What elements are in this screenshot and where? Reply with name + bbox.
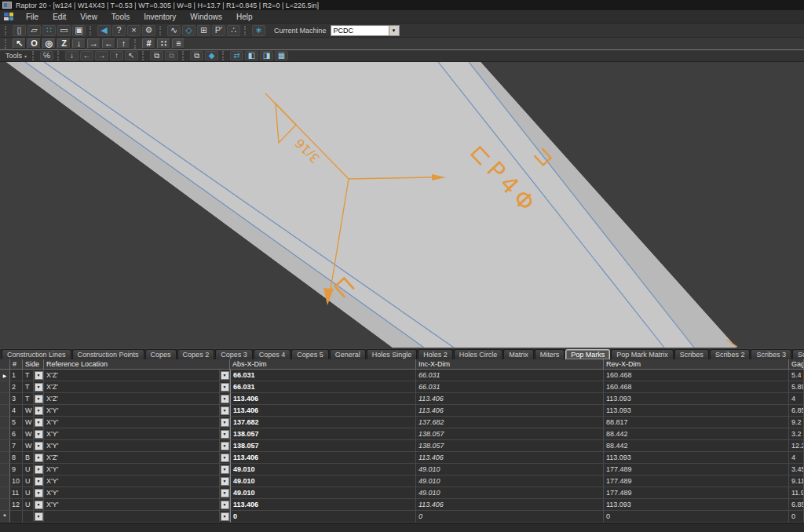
row-marker[interactable] (0, 487, 10, 499)
reference-location-value[interactable]: X'Z' (44, 393, 220, 405)
toolbar-grip[interactable] (32, 51, 36, 60)
side-dropdown[interactable]: ▼ (34, 393, 44, 405)
cut-icon[interactable]: × (127, 25, 141, 36)
chevron-down-icon[interactable]: ▼ (221, 442, 229, 450)
inc-x-dim-value[interactable]: 66.031 (416, 370, 604, 381)
menu-tools[interactable]: Tools (104, 12, 137, 22)
side-dropdown[interactable]: ▼ (34, 381, 44, 393)
inc-x-dim-value[interactable]: 0 (416, 511, 604, 523)
gage-value[interactable]: 11.95 (789, 487, 804, 499)
reference-location-dropdown[interactable]: ▼ (220, 452, 230, 464)
reference-location-dropdown[interactable]: ▼ (220, 440, 230, 452)
menu-inventory[interactable]: Inventory (137, 12, 183, 22)
inc-x-dim-value[interactable]: 138.057 (416, 440, 604, 452)
abs-x-dim-value[interactable]: 49.010 (230, 476, 416, 487)
abs-x-dim-value[interactable]: 138.057 (230, 428, 416, 440)
pick-icon[interactable]: ↖ (125, 51, 138, 60)
arrow-down-icon[interactable]: ↓ (72, 38, 86, 49)
reference-location-value[interactable]: X'Y' (44, 428, 220, 440)
chevron-down-icon[interactable]: ▼ (35, 430, 43, 439)
inc-x-dim-value[interactable]: 113.406 (416, 452, 604, 464)
chevron-down-icon[interactable]: ▼ (35, 442, 43, 450)
tab-matrix[interactable]: Matrix (503, 349, 534, 359)
inc-x-dim-value[interactable]: 49.010 (416, 464, 604, 476)
copy-icon[interactable]: ⧉ (150, 51, 163, 60)
menu-edit[interactable]: Edit (46, 12, 73, 22)
tab-construction-lines[interactable]: Construction Lines (2, 349, 71, 359)
gage-value[interactable]: 4 (789, 393, 804, 405)
row-marker[interactable] (0, 452, 10, 464)
new-file-icon[interactable]: ▯ (13, 25, 26, 36)
tab-scribes-3[interactable]: Scribes 3 (751, 349, 791, 359)
side-value[interactable]: W (23, 417, 34, 428)
header-side[interactable]: Side (23, 359, 44, 370)
row-marker[interactable] (0, 417, 10, 428)
current-machine-combobox[interactable]: PCDC ▼ (331, 25, 400, 36)
inc-x-dim-value[interactable]: 49.010 (416, 476, 604, 487)
side-value[interactable]: U (23, 487, 34, 499)
tab-scribes-4[interactable]: Scribes 4 (792, 349, 804, 359)
rev-x-dim-value[interactable]: 160.468 (604, 381, 789, 393)
chevron-down-icon[interactable]: ▼ (221, 371, 229, 380)
abs-x-dim-value[interactable]: 49.010 (230, 464, 416, 476)
menu-help[interactable]: Help (229, 12, 260, 22)
chevron-down-icon[interactable]: ▼ (35, 454, 43, 462)
side-dropdown[interactable]: ▼ (34, 428, 44, 440)
chevron-down-icon[interactable]: ▼ (35, 395, 43, 403)
folder-icon[interactable]: ▭ (57, 25, 71, 36)
side-value[interactable]: T (23, 393, 34, 405)
side-dropdown[interactable]: ▼ (34, 464, 44, 476)
tab-pop-marks[interactable]: Pop Marks (565, 349, 610, 359)
gage-value[interactable]: 0 (789, 511, 804, 523)
help-icon[interactable]: ? (112, 25, 126, 36)
row-marker[interactable] (0, 464, 10, 476)
machine-code-icon[interactable]: ℅ (40, 51, 53, 60)
move-right-icon[interactable]: → (95, 51, 108, 60)
paste-transform-icon[interactable]: ⧉ (190, 51, 203, 60)
gage-value[interactable]: 3.2 (789, 428, 804, 440)
abs-x-dim-value[interactable]: 113.406 (230, 499, 416, 511)
gage-value[interactable]: 5.890 (789, 381, 804, 393)
reference-location-dropdown[interactable]: ▼ (220, 417, 230, 428)
rev-x-dim-value[interactable]: 177.489 (604, 487, 789, 499)
arrow-left-icon[interactable]: ← (102, 38, 115, 49)
side-dropdown[interactable]: ▼ (34, 452, 44, 464)
side-dropdown[interactable]: ▼ (34, 499, 44, 511)
point-label-icon[interactable]: P' (212, 25, 225, 36)
row-marker[interactable] (0, 381, 10, 393)
chevron-down-icon[interactable]: ▼ (221, 501, 229, 509)
reference-location-dropdown[interactable]: ▼ (220, 381, 230, 393)
side-value[interactable]: W (23, 405, 34, 417)
zoom-tool-icon[interactable]: Z (57, 38, 71, 49)
reference-location-dropdown[interactable]: ▼ (220, 476, 230, 487)
view-split-icon[interactable]: ◧ (245, 51, 258, 60)
toolbar-grip[interactable] (5, 39, 9, 49)
reference-location-dropdown[interactable]: ▼ (220, 370, 230, 381)
tab-general[interactable]: General (330, 349, 366, 359)
row-marker[interactable] (0, 405, 10, 417)
chevron-down-icon[interactable]: ▼ (221, 406, 229, 415)
tab-pop-mark-matrix[interactable]: Pop Mark Matrix (611, 349, 674, 359)
circle-tool-icon[interactable]: O (27, 38, 41, 49)
chevron-down-icon[interactable]: ▼ (35, 512, 43, 521)
side-value[interactable] (23, 511, 34, 523)
header-abs-x-dim[interactable]: Abs-X-Dim (230, 359, 416, 370)
chevron-down-icon[interactable]: ▼ (35, 383, 43, 392)
tab-scribes[interactable]: Scribes (674, 349, 709, 359)
header-inc-x-dim[interactable]: Inc-X-Dim (416, 359, 604, 370)
arrow-right-icon[interactable]: → (87, 38, 100, 49)
select-cursor-icon[interactable]: ↖ (13, 38, 26, 49)
tab-construction-points[interactable]: Construction Points (72, 349, 144, 359)
rev-x-dim-value[interactable]: 177.489 (604, 464, 789, 476)
side-dropdown[interactable]: ▼ (34, 487, 44, 499)
menu-windows[interactable]: Windows (183, 12, 229, 22)
rev-x-dim-value[interactable]: 88.442 (604, 428, 789, 440)
arrow-up-icon[interactable]: ↑ (117, 38, 130, 49)
reference-location-dropdown[interactable]: ▼ (220, 511, 230, 523)
circle-point-tool-icon[interactable]: ◎ (42, 38, 56, 49)
gage-value[interactable]: 6.85 (789, 499, 804, 511)
rev-x-dim-value[interactable]: 177.489 (604, 476, 789, 487)
side-value[interactable]: B (23, 452, 34, 464)
chevron-down-icon[interactable]: ▼ (389, 26, 399, 35)
reference-location-value[interactable]: X'Z' (44, 381, 220, 393)
